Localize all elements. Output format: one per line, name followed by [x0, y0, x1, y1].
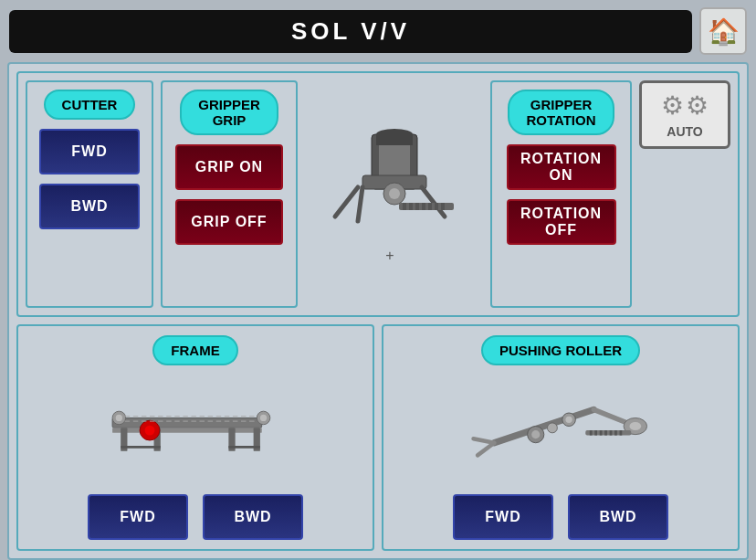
svg-rect-19 — [112, 417, 262, 428]
frame-fwd-button[interactable]: FWD — [88, 494, 188, 540]
gripper-rotation-panel: GRIPPER ROTATION ROTATION ON ROTATION OF… — [490, 80, 632, 308]
grip-off-button[interactable]: GRIP OFF — [175, 199, 283, 245]
svg-rect-48 — [594, 430, 597, 435]
svg-line-40 — [478, 442, 494, 455]
pushing-roller-svg — [469, 381, 652, 463]
frame-image — [104, 376, 287, 468]
svg-rect-51 — [610, 430, 613, 435]
svg-line-7 — [422, 187, 445, 217]
rotation-off-button[interactable]: ROTATION OFF — [507, 199, 616, 245]
svg-rect-53 — [620, 430, 623, 435]
frame-buttons: FWD BWD — [88, 494, 303, 540]
svg-line-41 — [474, 438, 495, 443]
frame-svg — [104, 381, 287, 463]
cutter-label: CUTTER — [44, 90, 136, 120]
pushing-roller-label: PUSHING ROLLER — [481, 335, 640, 365]
pushing-roller-buttons: FWD BWD — [453, 494, 668, 540]
grip-on-button[interactable]: GRIP ON — [175, 144, 283, 190]
bottom-section: FRAME — [16, 324, 740, 552]
frame-bwd-button[interactable]: BWD — [203, 494, 303, 540]
svg-line-6 — [358, 187, 362, 221]
gear-icon-left: ⚙ — [661, 90, 684, 121]
svg-point-43 — [531, 430, 540, 438]
header: SOL V/V 🏠 — [0, 0, 756, 62]
cutter-bwd-button[interactable]: BWD — [39, 184, 140, 229]
svg-point-28 — [116, 414, 122, 420]
gripper-rotation-label: GRIPPER ROTATION — [508, 90, 614, 135]
svg-rect-46 — [585, 430, 631, 435]
svg-text:+: + — [385, 248, 394, 262]
frame-panel: FRAME — [16, 324, 374, 552]
svg-rect-17 — [441, 203, 445, 210]
svg-line-35 — [494, 409, 593, 442]
svg-point-37 — [547, 422, 557, 432]
auto-label: AUTO — [667, 124, 702, 139]
frame-label: FRAME — [152, 335, 237, 365]
cutter-fwd-button[interactable]: FWD — [39, 129, 140, 174]
svg-rect-3 — [376, 134, 413, 145]
svg-point-32 — [145, 425, 155, 435]
svg-rect-47 — [590, 430, 593, 435]
svg-rect-49 — [600, 430, 603, 435]
home-button[interactable]: 🏠 — [699, 7, 747, 55]
gripper-grip-label: GRIPPER GRIP — [180, 90, 278, 135]
center-image-area: + — [305, 80, 483, 308]
auto-panel: ⚙ ⚙ AUTO — [639, 80, 730, 149]
pushing-roller-fwd-button[interactable]: FWD — [453, 494, 553, 540]
svg-rect-11 — [403, 203, 406, 210]
svg-point-45 — [565, 416, 572, 422]
svg-point-39 — [629, 422, 641, 430]
svg-rect-12 — [409, 203, 413, 210]
cutter-panel: CUTTER FWD BWD — [26, 80, 153, 308]
gear-icons: ⚙ ⚙ — [661, 90, 709, 121]
svg-rect-15 — [428, 203, 432, 210]
svg-rect-13 — [415, 203, 419, 210]
pushing-roller-image — [469, 376, 652, 468]
svg-rect-20 — [112, 428, 262, 432]
gear-icon-right: ⚙ — [686, 90, 709, 121]
svg-rect-50 — [604, 430, 607, 435]
svg-rect-16 — [435, 203, 438, 210]
svg-rect-52 — [614, 430, 617, 435]
main-area: CUTTER FWD BWD GRIPPER GRIP GRIP ON GRIP… — [7, 62, 749, 560]
rotation-on-button[interactable]: ROTATION ON — [507, 144, 616, 190]
title-box: SOL V/V — [9, 10, 692, 53]
svg-rect-14 — [422, 203, 425, 210]
svg-rect-10 — [399, 203, 454, 210]
robot-arm-image: + — [308, 125, 481, 262]
gripper-grip-panel: GRIPPER GRIP GRIP ON GRIP OFF — [161, 80, 298, 308]
svg-line-5 — [335, 187, 358, 217]
page-title: SOL V/V — [291, 17, 410, 45]
top-section: CUTTER FWD BWD GRIPPER GRIP GRIP ON GRIP… — [16, 71, 740, 317]
home-icon: 🏠 — [708, 16, 740, 47]
pushing-roller-bwd-button[interactable]: BWD — [568, 494, 668, 540]
svg-point-9 — [389, 188, 400, 199]
svg-point-30 — [260, 414, 267, 420]
pushing-roller-panel: PUSHING ROLLER — [382, 324, 740, 552]
